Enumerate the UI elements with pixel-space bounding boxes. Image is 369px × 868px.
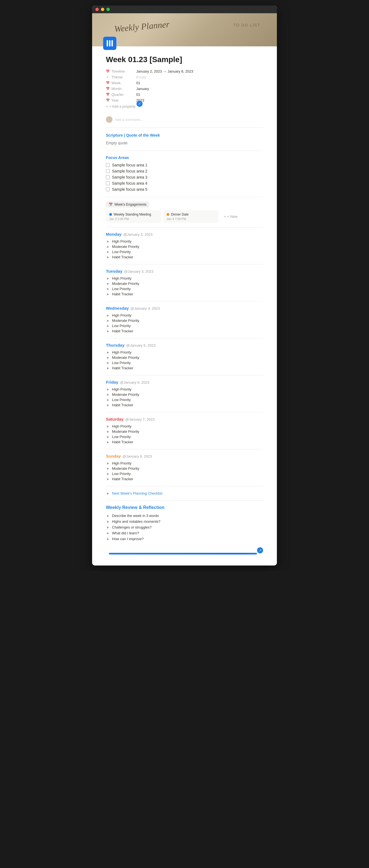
review-items-container: ▶Describe the week in 3 words▶Highs and … <box>106 513 263 542</box>
app-logo <box>103 37 116 50</box>
scripture-title[interactable]: Scripture | Quote of the Week <box>106 133 263 137</box>
review-item-3[interactable]: ▶What did I learn? <box>107 530 263 536</box>
review-item-4[interactable]: ▶How can I improve? <box>107 536 263 542</box>
arrow-icon-saturday-0: ▶ <box>107 425 110 428</box>
next-week-label[interactable]: Next Week's Planning Checklist <box>112 491 162 495</box>
day-date-wednesday: @January 4, 2023 <box>130 306 160 310</box>
check-icon[interactable]: ✓ <box>136 101 142 107</box>
toggle-item-wednesday-3[interactable]: ▶Habit Tracker <box>107 329 263 334</box>
toggle-item-thursday-3[interactable]: ▶Habit Tracker <box>107 365 263 371</box>
divider-focus <box>106 197 263 197</box>
review-item-1[interactable]: ▶Highs and notables moments? <box>107 519 263 524</box>
progress-bar <box>109 553 257 555</box>
focus-label-4: Sample focus area 4 <box>112 181 147 185</box>
scroll-indicator[interactable]: ↗ <box>257 547 263 553</box>
engagements-section: 📅 Week's Engagements Weekly Standing Mee… <box>106 202 263 223</box>
day-date-monday: @January 2, 2023 <box>123 232 153 237</box>
toggle-item-monday-3[interactable]: ▶Habit Tracker <box>107 254 263 260</box>
toggle-item-thursday-2[interactable]: ▶Low Priority <box>107 360 263 365</box>
toggle-item-monday-2[interactable]: ▶Low Priority <box>107 249 263 254</box>
toggle-item-thursday-0[interactable]: ▶High Priority <box>107 350 263 355</box>
divider-day-wednesday <box>106 338 263 338</box>
toggle-item-tuesday-0[interactable]: ▶High Priority <box>107 276 263 281</box>
focus-checkbox-2[interactable] <box>106 169 110 173</box>
review-label-4: How can I improve? <box>112 537 144 541</box>
engagement-name-2: Dinner Date <box>171 213 189 216</box>
focus-checkbox-1[interactable] <box>106 163 110 167</box>
timeline-value[interactable]: January 2, 2023 → January 8, 2023 <box>136 69 193 73</box>
toggle-item-friday-1[interactable]: ▶Moderate Priority <box>107 392 263 397</box>
arrow-icon-saturday-1: ▶ <box>107 430 110 433</box>
arrow-icon-sunday-3: ▶ <box>107 477 110 480</box>
toggle-item-sunday-3[interactable]: ▶Habit Tracker <box>107 476 263 482</box>
toggle-item-tuesday-3[interactable]: ▶Habit Tracker <box>107 291 263 297</box>
maximize-button[interactable] <box>106 8 110 11</box>
properties-section: 📅 Timeline January 2, 2023 → January 8, … <box>106 68 263 110</box>
timeline-icon: 📅 <box>106 69 111 73</box>
theme-value[interactable]: Empty <box>136 75 146 79</box>
engagement-card-1: Weekly Standing Meeting Jan 3 2:00 PM <box>106 210 161 223</box>
arrow-icon-review-3: ▶ <box>107 532 110 535</box>
toggle-label-thursday-1: Moderate Priority <box>112 355 139 360</box>
toggle-item-wednesday-1[interactable]: ▶Moderate Priority <box>107 318 263 323</box>
focus-checkbox-3[interactable] <box>106 175 110 179</box>
comment-placeholder[interactable]: Add a comment... <box>115 118 143 122</box>
focus-checkbox-5[interactable] <box>106 187 110 191</box>
arrow-icon-thursday-0: ▶ <box>107 351 110 354</box>
toggle-item-sunday-0[interactable]: ▶High Priority <box>107 461 263 466</box>
close-button[interactable] <box>95 8 99 11</box>
new-engagement-label: + New <box>227 214 237 219</box>
toggle-item-sunday-1[interactable]: ▶Moderate Priority <box>107 466 263 471</box>
property-week: 📅 Week. 01 <box>106 80 263 86</box>
week-value[interactable]: 01 <box>136 81 140 85</box>
review-item-2[interactable]: ▶Challenges or struggles? <box>107 524 263 530</box>
focus-checkbox-4[interactable] <box>106 181 110 185</box>
add-property-button[interactable]: + + Add a property ✓ <box>106 103 263 110</box>
arrow-icon-wednesday-2: ▶ <box>107 324 110 327</box>
toggle-label-friday-1: Moderate Priority <box>112 393 139 397</box>
month-value[interactable]: January <box>136 87 149 91</box>
day-name-saturday: Saturday <box>106 417 124 422</box>
day-header-saturday: Saturday@January 7, 2023 <box>106 417 263 422</box>
quarter-value[interactable]: 01 <box>136 92 140 97</box>
toggle-item-friday-0[interactable]: ▶High Priority <box>107 387 263 392</box>
toggle-item-friday-2[interactable]: ▶Low Priority <box>107 397 263 402</box>
quote-input[interactable] <box>106 140 263 146</box>
toggle-item-tuesday-2[interactable]: ▶Low Priority <box>107 286 263 291</box>
arrow-icon-review-2: ▶ <box>107 526 110 529</box>
toggle-item-saturday-0[interactable]: ▶High Priority <box>107 424 263 429</box>
arrow-icon-sunday-1: ▶ <box>107 467 110 470</box>
arrow-icon-monday-0: ▶ <box>107 240 110 243</box>
next-week-item: ▶ Next Week's Planning Checklist <box>107 491 263 496</box>
toggle-label-monday-3: Habit Tracker <box>112 255 133 259</box>
toggle-item-friday-3[interactable]: ▶Habit Tracker <box>107 402 263 408</box>
month-icon: 📅 <box>106 87 111 91</box>
toggle-item-thursday-1[interactable]: ▶Moderate Priority <box>107 355 263 360</box>
toggle-label-friday-3: Habit Tracker <box>112 403 133 407</box>
day-date-friday: @January 6, 2023 <box>120 380 149 384</box>
toggle-item-saturday-3[interactable]: ▶Habit Tracker <box>107 439 263 445</box>
toggle-item-wednesday-2[interactable]: ▶Low Priority <box>107 323 263 329</box>
toggle-label-wednesday-3: Habit Tracker <box>112 329 133 333</box>
toggle-item-monday-0[interactable]: ▶High Priority <box>107 239 263 244</box>
toggle-item-saturday-1[interactable]: ▶Moderate Priority <box>107 429 263 434</box>
arrow-icon-monday-2: ▶ <box>107 250 110 253</box>
toggle-item-sunday-2[interactable]: ▶Low Priority <box>107 471 263 476</box>
new-engagement-button[interactable]: + + New <box>221 210 241 223</box>
engagements-tab[interactable]: 📅 Week's Engagements <box>106 202 149 208</box>
toggle-item-tuesday-1[interactable]: ▶Moderate Priority <box>107 281 263 286</box>
property-month: 📅 Month. January <box>106 86 263 92</box>
engagement-date-2: Jan 4 7:00 PM <box>167 217 215 220</box>
review-item-0[interactable]: ▶Describe the week in 3 words <box>107 513 263 519</box>
arrow-icon-friday-1: ▶ <box>107 393 110 396</box>
toggle-item-wednesday-0[interactable]: ▶High Priority <box>107 313 263 318</box>
arrow-icon-review-0: ▶ <box>107 514 110 517</box>
next-week-section: ▶ Next Week's Planning Checklist <box>106 491 263 496</box>
property-timeline: 📅 Timeline January 2, 2023 → January 8, … <box>106 68 263 74</box>
toggle-item-saturday-2[interactable]: ▶Low Priority <box>107 434 263 439</box>
focus-label-5: Sample focus area 5 <box>112 187 147 191</box>
minimize-button[interactable] <box>101 8 104 11</box>
toggle-item-monday-1[interactable]: ▶Moderate Priority <box>107 244 263 249</box>
day-name-friday: Friday <box>106 380 118 384</box>
arrow-icon-wednesday-1: ▶ <box>107 319 110 322</box>
